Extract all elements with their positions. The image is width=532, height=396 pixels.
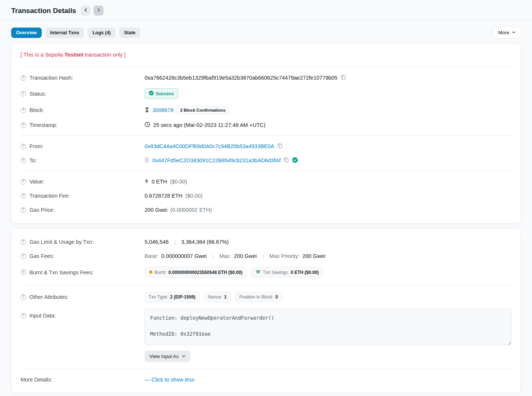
transaction-fee-amount: 0.6728728 ETH xyxy=(145,193,183,199)
money-wings-icon: $ xyxy=(255,269,261,275)
gas-price-label: Gas Price: xyxy=(29,207,55,213)
row-status: ? Status: Success xyxy=(20,85,512,102)
to-address-link[interactable]: 0x447Fd5eC2D383091C22B8549cb231a3bAD6d3f… xyxy=(152,157,281,163)
gas-used-value: 3,364,364 (66.67%) xyxy=(181,239,228,245)
block-confirmations-badge: 2 Block Confirmations xyxy=(176,106,229,115)
transaction-hash-label: Transaction Hash: xyxy=(29,75,73,81)
help-icon[interactable]: ? xyxy=(20,75,26,81)
divider xyxy=(20,285,512,285)
help-icon[interactable]: ? xyxy=(20,294,26,300)
check-circle-icon xyxy=(149,90,154,97)
help-icon[interactable]: ? xyxy=(20,108,26,113)
transaction-fee-label: Transaction Fee: xyxy=(29,193,70,199)
page-header: Transaction Details xyxy=(0,6,532,16)
base-fee-value: 0.000000007 Gwei xyxy=(161,253,207,259)
row-to: ? To: 0x447Fd5eC2D383091C22B8549cb231a3b… xyxy=(20,153,512,167)
transaction-fee-usd: ($0.00) xyxy=(186,193,203,199)
gas-price-eth: (0.0000002 ETH) xyxy=(170,207,212,213)
help-icon[interactable]: ? xyxy=(20,207,26,213)
row-gas-fees: ? Gas Fees: Base: 0.000000007 Gwei | Max… xyxy=(20,249,512,263)
copy-to-address-button[interactable] xyxy=(284,157,289,164)
copy-icon xyxy=(277,143,283,150)
chevron-right-icon xyxy=(96,8,101,13)
burnt-label: Burnt: xyxy=(155,270,167,275)
help-icon[interactable]: ? xyxy=(20,122,26,128)
max-priority-fee-label: Max Priority: xyxy=(269,253,300,259)
verified-check-icon xyxy=(292,157,298,164)
help-icon[interactable]: ? xyxy=(20,193,26,199)
max-fee-value: 200 Gwei xyxy=(234,253,257,259)
burnt-fee-badge: Burnt: 0.000000000023550548 ETH ($0.00) xyxy=(145,266,247,278)
status-badge: Success xyxy=(145,88,178,99)
tab-bar: Overview Internal Txns Logs (4) State Mo… xyxy=(11,27,521,38)
help-icon[interactable]: ? xyxy=(20,253,26,259)
gas-price-amount: 200 Gwei xyxy=(145,207,167,213)
overview-card: [ This is a Sepolia Testnet transaction … xyxy=(11,43,521,223)
row-from: ? From: 0x83dC44a4C00DFf69d0A0c7c94B20b5… xyxy=(20,139,512,153)
show-less-link[interactable]: — Click to show less xyxy=(145,377,194,383)
help-icon[interactable]: ? xyxy=(20,158,26,163)
divider xyxy=(20,171,512,171)
nonce-label: Nonce: xyxy=(208,294,222,300)
status-label: Status: xyxy=(29,91,46,97)
help-icon[interactable]: ? xyxy=(20,144,26,149)
input-data-label: Input Data: xyxy=(29,313,56,319)
status-value: Success xyxy=(156,91,174,96)
separator: | xyxy=(262,253,264,259)
view-input-as-label: View Input As xyxy=(149,354,179,359)
more-dropdown-button[interactable]: More xyxy=(493,27,521,38)
copy-tx-hash-button[interactable] xyxy=(341,74,346,81)
help-icon[interactable]: ? xyxy=(20,91,26,96)
nonce-badge: Nonce: 1 xyxy=(204,292,231,302)
row-timestamp: ? Timestamp: 25 secs ago (Mar-02-2023 11… xyxy=(20,118,512,132)
tab-overview[interactable]: Overview xyxy=(11,28,42,38)
testnet-notice: [ This is a Sepolia Testnet transaction … xyxy=(20,50,512,64)
nonce-value: 1 xyxy=(224,294,227,300)
header-divider xyxy=(0,20,532,21)
txn-savings-label: Txn Savings: xyxy=(263,270,289,275)
chevron-down-icon xyxy=(512,30,516,35)
row-gas-limit-usage: ? Gas Limit & Usage by Txn: 5,046,546 | … xyxy=(20,235,512,249)
position-in-block-label: Position In Block: xyxy=(239,294,273,300)
value-label: Value: xyxy=(29,179,44,185)
row-transaction-fee: ? Transaction Fee: 0.6728728 ETH ($0.00) xyxy=(20,189,512,203)
tx-pagination xyxy=(80,6,104,16)
divider xyxy=(20,67,512,67)
row-transaction-hash: ? Transaction Hash: 0xa7662428c3b5eb1329… xyxy=(20,71,512,85)
other-attributes-label: Other Attributes: xyxy=(29,294,69,300)
input-data-textarea[interactable]: Function: deployNewOperatorAndForwarder(… xyxy=(145,309,512,345)
txn-savings-value: 0 ETH ($0.00) xyxy=(291,270,319,275)
gas-fees-label: Gas Fees: xyxy=(29,253,54,259)
from-address-link[interactable]: 0x83dC44a4C00DFf69d0A0c7c94B20b53a4933BE… xyxy=(145,143,274,149)
copy-icon xyxy=(284,157,289,164)
position-in-block-badge: Position In Block: 0 xyxy=(235,292,282,302)
timestamp-label: Timestamp: xyxy=(29,122,57,128)
row-other-attributes: ? Other Attributes: Txn Type: 2 (EIP-155… xyxy=(20,288,512,306)
view-input-as-button[interactable]: View Input As xyxy=(145,351,190,362)
txn-type-label: Txn Type: xyxy=(149,294,168,300)
gas-limit-label: Gas Limit & Usage by Txn: xyxy=(29,239,94,245)
separator: | xyxy=(212,253,214,259)
max-priority-fee-value: 200 Gwei xyxy=(303,253,325,259)
help-icon[interactable]: ? xyxy=(20,313,26,319)
value-amount: 0 ETH xyxy=(152,179,167,185)
hourglass-icon xyxy=(145,107,149,114)
help-icon[interactable]: ? xyxy=(20,239,26,245)
next-transaction-button[interactable] xyxy=(94,6,104,16)
row-value: ? Value: 0 ETH ($0.00) xyxy=(20,175,512,189)
tab-state[interactable]: State xyxy=(119,28,140,38)
flame-icon xyxy=(149,269,153,275)
copy-from-address-button[interactable] xyxy=(277,143,283,150)
transaction-hash-value: 0xa7662428c3b5eb1329fbaf919e5a32b3870ab6… xyxy=(145,75,338,81)
help-icon[interactable]: ? xyxy=(20,179,26,185)
tab-logs[interactable]: Logs (4) xyxy=(88,28,115,38)
help-icon[interactable]: ? xyxy=(20,269,26,275)
txn-type-value: 2 (EIP-1559) xyxy=(170,294,195,300)
block-number-link[interactable]: 3006678 xyxy=(152,107,173,113)
txn-type-badge: Txn Type: 2 (EIP-1559) xyxy=(145,292,200,302)
chevron-left-icon xyxy=(83,8,88,13)
copy-icon xyxy=(341,74,346,81)
previous-transaction-button[interactable] xyxy=(80,6,91,16)
tab-internal-txns[interactable]: Internal Txns xyxy=(45,28,84,38)
separator: | xyxy=(174,239,176,245)
